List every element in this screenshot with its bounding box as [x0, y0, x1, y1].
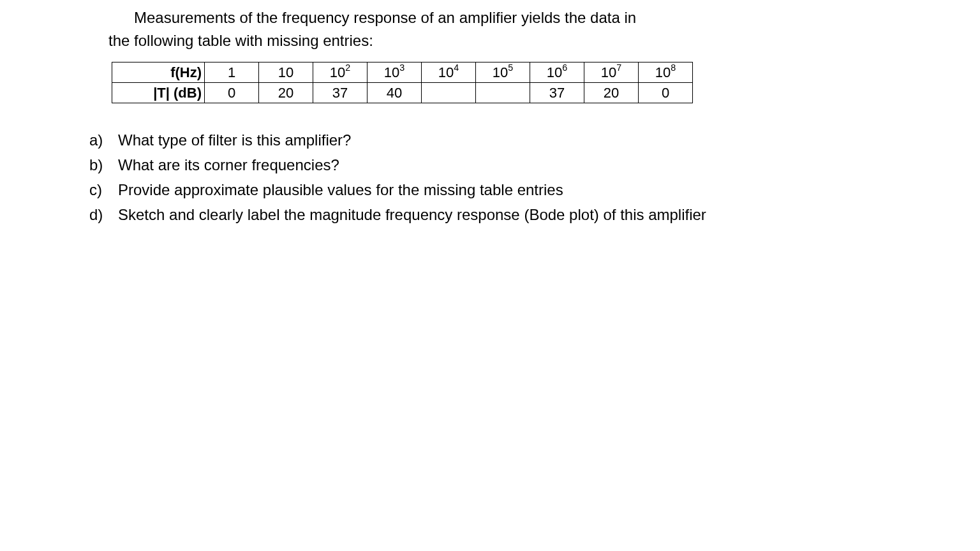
freq-cell: 10: [259, 62, 313, 83]
mag-cell: 37: [313, 83, 368, 103]
question-item: c) Provide approximate plausible values …: [89, 179, 967, 202]
question-text: What type of filter is this amplifier?: [118, 129, 967, 152]
mag-cell: 0: [639, 83, 693, 103]
freq-cell: 106: [530, 62, 584, 83]
mag-cell: 37: [530, 83, 584, 103]
freq-cell: 102: [313, 62, 368, 83]
mag-cell: 20: [584, 83, 639, 103]
mag-cell: [476, 83, 530, 103]
questions-list: a) What type of filter is this amplifier…: [89, 129, 967, 226]
freq-cell: 1: [205, 62, 259, 83]
freq-cell: 107: [584, 62, 639, 83]
question-item: b) What are its corner frequencies?: [89, 154, 967, 177]
mag-cell: [422, 83, 476, 103]
table-row-magnitude: |T| (dB) 0 20 37 40 37 20 0: [112, 83, 693, 103]
question-text: What are its corner frequencies?: [118, 154, 967, 177]
problem-intro: Measurements of the frequency response o…: [108, 6, 840, 52]
intro-line-1: Measurements of the frequency response o…: [108, 6, 840, 29]
freq-header-label: f(Hz): [112, 62, 205, 83]
freq-cell: 103: [368, 62, 422, 83]
freq-cell: 104: [422, 62, 476, 83]
intro-line-2: the following table with missing entries…: [108, 29, 840, 52]
question-letter: c): [89, 179, 118, 202]
mag-header-label: |T| (dB): [112, 83, 205, 103]
mag-cell: 40: [368, 83, 422, 103]
question-text: Sketch and clearly label the magnitude f…: [118, 203, 967, 226]
mag-cell: 20: [259, 83, 313, 103]
question-item: d) Sketch and clearly label the magnitud…: [89, 203, 967, 226]
mag-cell: 0: [205, 83, 259, 103]
frequency-response-table: f(Hz) 1 10 102 103 104 105 106 107 108 |…: [112, 62, 693, 103]
freq-cell: 105: [476, 62, 530, 83]
table-row-frequency: f(Hz) 1 10 102 103 104 105 106 107 108: [112, 62, 693, 83]
data-table-wrapper: f(Hz) 1 10 102 103 104 105 106 107 108 |…: [112, 62, 967, 103]
question-letter: a): [89, 129, 118, 152]
question-letter: b): [89, 154, 118, 177]
question-item: a) What type of filter is this amplifier…: [89, 129, 967, 152]
question-text: Provide approximate plausible values for…: [118, 179, 967, 202]
question-letter: d): [89, 203, 118, 226]
freq-cell: 108: [639, 62, 693, 83]
